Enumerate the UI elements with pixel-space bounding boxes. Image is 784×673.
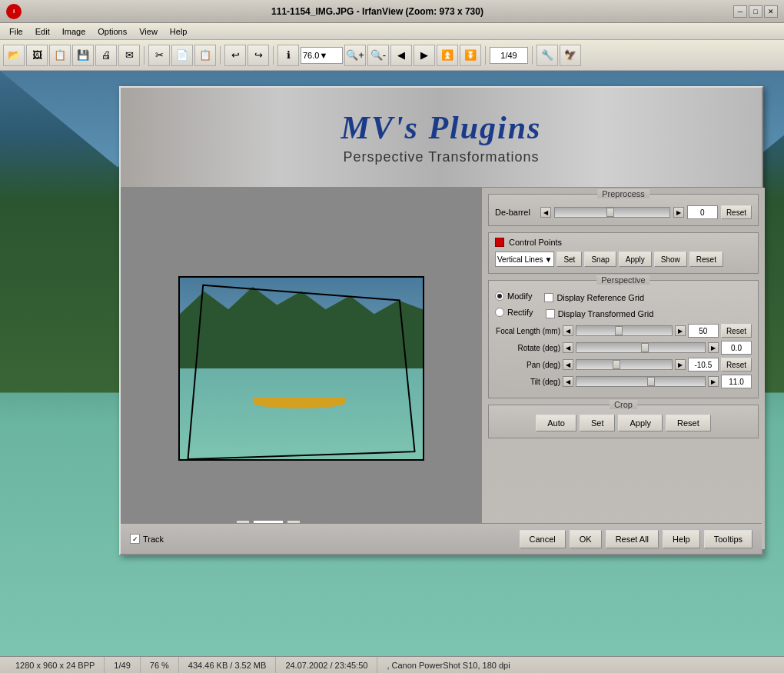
toolbar-sep4 — [485, 46, 486, 65]
focal-right-arrow[interactable]: ▶ — [675, 325, 686, 336]
cp-set-btn[interactable]: Set — [556, 252, 582, 267]
rotate-slider[interactable] — [576, 342, 706, 353]
trans-grid-checkbox[interactable] — [546, 309, 555, 318]
focal-reset-btn[interactable]: Reset — [721, 324, 752, 338]
toolbar-redo[interactable]: ↪ — [247, 45, 269, 66]
toolbar-filelist[interactable]: 📋 — [49, 45, 71, 66]
reset-all-button[interactable]: Reset All — [606, 530, 659, 548]
debarrel-right-arrow[interactable]: ▶ — [673, 207, 684, 218]
menu-file[interactable]: File — [3, 25, 29, 38]
tilt-row: Tilt (deg) ◀ ▶ 11.0 — [495, 375, 752, 388]
toolbar-first[interactable]: ⏫ — [437, 45, 458, 66]
menu-help[interactable]: Help — [164, 25, 194, 38]
pan-left-arrow[interactable]: ◀ — [563, 359, 573, 370]
ref-grid-checkbox[interactable] — [544, 293, 553, 302]
tilt-right-arrow[interactable]: ▶ — [708, 376, 719, 387]
focal-slider[interactable] — [576, 325, 673, 336]
toolbar-thumbnail[interactable]: 🖼 — [26, 45, 48, 66]
debarrel-value[interactable]: 0 — [687, 205, 718, 219]
toolbar-copy[interactable]: 📄 — [171, 45, 193, 66]
status-datetime: 24.07.2002 / 23:45:50 — [276, 657, 377, 673]
track-row: ✓ Track — [130, 534, 164, 544]
pan-value[interactable]: -10.5 — [688, 358, 719, 371]
cp-apply-btn[interactable]: Apply — [619, 252, 652, 267]
toolbar-cut[interactable]: ✂ — [148, 45, 170, 66]
ref-grid-label: Display Reference Grid — [556, 293, 644, 302]
preprocess-group: Preprocess De-barrel ◀ ▶ 0 Reset — [488, 194, 759, 226]
debarrel-reset-btn[interactable]: Reset — [721, 205, 752, 219]
toolbar-next[interactable]: ▶ — [414, 45, 435, 66]
toolbar-sep3 — [273, 46, 274, 65]
toolbar-open[interactable]: 📂 — [3, 45, 25, 66]
cancel-button[interactable]: Cancel — [520, 530, 566, 548]
toolbar-plugin1[interactable]: 🔧 — [537, 45, 558, 66]
rectify-radio[interactable] — [495, 308, 504, 317]
toolbar-print[interactable]: 🖨 — [95, 45, 117, 66]
debarrel-left-arrow[interactable]: ◀ — [540, 207, 551, 218]
toolbar-zoom-out[interactable]: 🔍- — [367, 45, 389, 66]
toolbar: 📂 🖼 📋 💾 🖨 ✉ ✂ 📄 📋 ↩ ↪ ℹ 76.0 ▼ 🔍+ 🔍- ◀ ▶… — [0, 40, 784, 71]
rotate-value[interactable]: 0.0 — [721, 341, 752, 355]
cp-show-btn[interactable]: Show — [654, 252, 687, 267]
toolbar-plugin2[interactable]: 🦅 — [560, 45, 581, 66]
status-resolution: 1280 x 960 x 24 BPP — [6, 657, 105, 673]
menu-edit[interactable]: Edit — [29, 25, 56, 38]
cp-dropdown[interactable]: Vertical Lines ▼ — [495, 252, 554, 267]
modify-label: Modify — [507, 292, 532, 301]
focal-value[interactable]: 50 — [688, 324, 719, 338]
crop-apply-btn[interactable]: Apply — [618, 415, 663, 431]
minimize-button[interactable]: ─ — [733, 5, 747, 18]
close-button[interactable]: ✕ — [764, 5, 778, 18]
help-button[interactable]: Help — [663, 530, 700, 548]
toolbar-info[interactable]: ℹ — [277, 45, 299, 66]
debarrel-thumb[interactable] — [606, 208, 614, 217]
debarrel-row: De-barrel ◀ ▶ 0 Reset — [495, 205, 752, 219]
rotate-thumb[interactable] — [641, 343, 649, 352]
rotate-left-arrow[interactable]: ◀ — [563, 342, 573, 353]
maximize-button[interactable]: □ — [749, 5, 762, 18]
tilt-thumb[interactable] — [647, 377, 655, 386]
plugin-subtitle: Perspective Transformations — [343, 149, 539, 165]
toolbar-undo[interactable]: ↩ — [224, 45, 246, 66]
cp-snap-btn[interactable]: Snap — [584, 252, 616, 267]
tooltips-button[interactable]: Tooltips — [704, 530, 752, 548]
track-checkbox[interactable]: ✓ — [130, 534, 140, 544]
pan-thumb[interactable] — [613, 360, 620, 369]
crop-reset-btn[interactable]: Reset — [666, 415, 711, 431]
status-bar: 1280 x 960 x 24 BPP 1/49 76 % 434.46 KB … — [0, 656, 784, 673]
focal-label: Focal Length (mm) — [495, 327, 560, 335]
zoom-input[interactable]: 76.0 ▼ — [301, 47, 343, 64]
perspective-svg — [180, 278, 423, 459]
cp-label: Control Points — [509, 238, 562, 247]
tilt-slider[interactable] — [576, 376, 706, 387]
menu-options[interactable]: Options — [91, 25, 133, 38]
toolbar-prev[interactable]: ◀ — [390, 45, 412, 66]
tilt-left-arrow[interactable]: ◀ — [563, 376, 573, 387]
focal-thumb[interactable] — [615, 326, 623, 335]
toolbar-save[interactable]: 💾 — [72, 45, 94, 66]
crop-label: Crop — [610, 400, 637, 409]
menu-image[interactable]: Image — [56, 25, 92, 38]
ok-button[interactable]: OK — [570, 530, 602, 548]
debarrel-slider[interactable] — [554, 207, 670, 218]
toolbar-last[interactable]: ⏬ — [460, 45, 481, 66]
tilt-value[interactable]: 11.0 — [721, 375, 752, 388]
cp-reset-btn[interactable]: Reset — [689, 252, 723, 267]
dialog-bottom-bar: ✓ Track Cancel OK Reset All Help Tooltip… — [121, 523, 762, 554]
pan-right-arrow[interactable]: ▶ — [675, 359, 686, 370]
crop-auto-btn[interactable]: Auto — [536, 415, 576, 431]
toolbar-zoom-in[interactable]: 🔍+ — [344, 45, 366, 66]
rotate-right-arrow[interactable]: ▶ — [708, 342, 719, 353]
pan-slider[interactable] — [576, 359, 673, 370]
dialog-header: MV's Plugins Perspective Transformations — [121, 88, 762, 188]
tilt-label: Tilt (deg) — [495, 378, 560, 386]
menu-view[interactable]: View — [133, 25, 164, 38]
modify-radio[interactable] — [495, 292, 504, 301]
toolbar-sep1 — [144, 46, 145, 65]
pan-reset-btn[interactable]: Reset — [721, 358, 752, 371]
crop-set-btn[interactable]: Set — [580, 415, 616, 431]
menu-bar: File Edit Image Options View Help — [0, 23, 784, 40]
toolbar-email[interactable]: ✉ — [118, 45, 140, 66]
toolbar-paste[interactable]: 📋 — [194, 45, 216, 66]
focal-left-arrow[interactable]: ◀ — [563, 325, 573, 336]
